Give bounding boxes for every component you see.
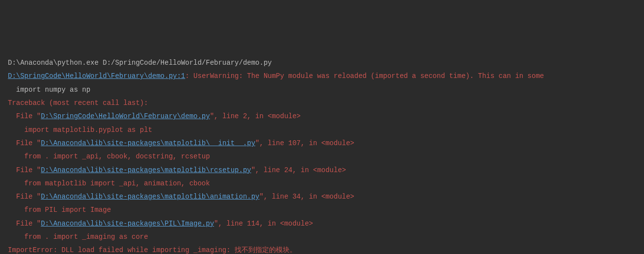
file-prefix: File " xyxy=(8,166,41,174)
frame-code-line: import matplotlib.pyplot as plt xyxy=(8,124,636,137)
traceback-header: Traceback (most recent call last): xyxy=(8,97,636,110)
file-prefix: File " xyxy=(8,220,41,228)
traceback-frame: File "D:\Anaconda\lib\site-packages\matp… xyxy=(8,164,636,177)
traceback-frame: File "D:\SpringCode\HelloWorld\February\… xyxy=(8,110,636,123)
file-suffix: ", line 24, in <module> xyxy=(251,166,346,174)
traceback-frame: File "D:\Anaconda\lib\site-packages\matp… xyxy=(8,190,636,203)
import-error-line: ImportError: DLL load failed while impor… xyxy=(8,244,636,254)
file-suffix: ", line 107, in <module> xyxy=(255,139,354,147)
warning-colon: : xyxy=(185,72,193,80)
warning-file-link[interactable]: D:\SpringCode\HelloWorld\February\demo.p… xyxy=(8,72,185,80)
file-path-link[interactable]: D:\SpringCode\HelloWorld\February\demo.p… xyxy=(41,112,210,120)
frame-code-line: from . import _api, cbook, docstring, rc… xyxy=(8,150,636,163)
console-output: D:\Anaconda\python.exe D:/SpringCode/Hel… xyxy=(8,56,636,254)
warning-message: UserWarning: The NumPy module was reload… xyxy=(193,72,544,80)
file-suffix: ", line 34, in <module> xyxy=(260,193,354,201)
file-prefix: File " xyxy=(8,139,41,147)
file-path-link[interactable]: D:\Anaconda\lib\site-packages\PIL\Image.… xyxy=(41,220,214,228)
frame-code-line: from . import _imaging as core xyxy=(8,230,636,244)
file-path-link[interactable]: D:\Anaconda\lib\site-packages\matplotlib… xyxy=(41,193,259,201)
frame-code-line: from PIL import Image xyxy=(8,203,636,217)
file-path-link[interactable]: D:\Anaconda\lib\site-packages\matplotlib… xyxy=(41,166,251,174)
frame-code-line: from matplotlib import _api, animation, … xyxy=(8,177,636,190)
file-path-link[interactable]: D:\Anaconda\lib\site-packages\matplotlib… xyxy=(41,139,255,147)
traceback-frame: File "D:\Anaconda\lib\site-packages\PIL\… xyxy=(8,217,636,230)
warning-line: D:\SpringCode\HelloWorld\February\demo.p… xyxy=(8,70,636,83)
file-prefix: File " xyxy=(8,193,41,201)
file-suffix: ", line 114, in <module> xyxy=(214,220,313,228)
warning-code-line: import numpy as np xyxy=(8,83,636,97)
traceback-frame: File "D:\Anaconda\lib\site-packages\matp… xyxy=(8,137,636,150)
file-prefix: File " xyxy=(8,112,41,120)
file-suffix: ", line 2, in <module> xyxy=(210,112,301,120)
command-line: D:\Anaconda\python.exe D:/SpringCode/Hel… xyxy=(8,56,636,70)
